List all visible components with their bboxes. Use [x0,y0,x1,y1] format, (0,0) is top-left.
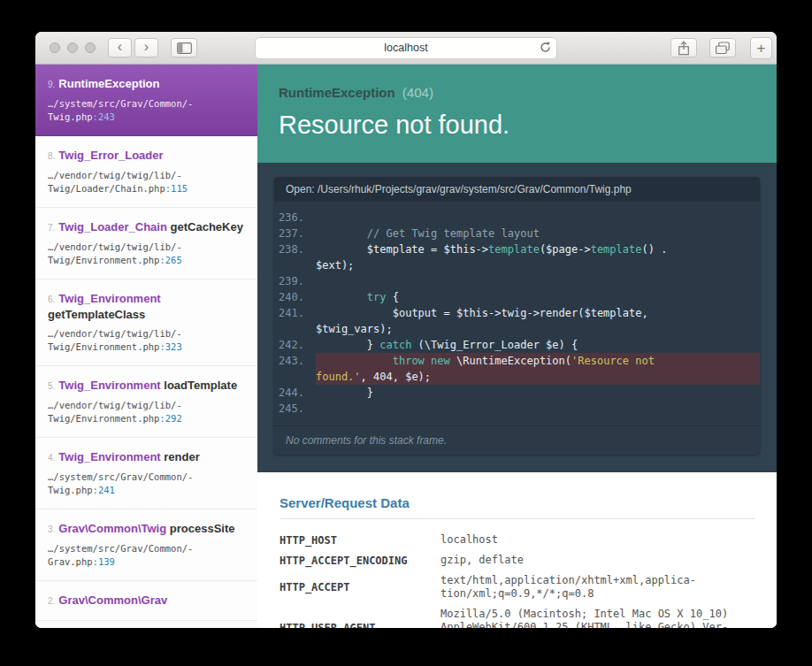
frame-title: 5.Twig_Environment loadTemplate [48,378,245,394]
frame-file-path: …/vendor/twig/twig/lib/-Twig/Environment… [48,399,245,425]
frame-title: 6.Twig_Environment getTemplateClass [48,291,245,322]
stack-frame[interactable]: 7.Twig_Loader_Chain getCacheKey…/vendor/… [35,208,257,279]
exception-header: RuntimeException (404) Resource not foun… [257,65,777,163]
frame-title: 7.Twig_Loader_Chain getCacheKey [48,219,245,235]
server-data-table: HTTP_HOSTlocalhostHTTP_ACCEPT_ENCODINGgz… [280,530,755,628]
code-line: 242. } catch (\Twig_Error_Loader $e) { [274,337,760,353]
error-panel: RuntimeException (404) Resource not foun… [257,65,777,628]
server-data-row: HTTP_HOSTlocalhost [280,530,755,550]
share-button[interactable] [670,38,697,57]
code-line: 244. } [274,385,760,401]
server-data-row: HTTP_USER_AGENTMozilla/5.0 (Macintosh; I… [280,604,755,628]
stack-frame[interactable]: 3.Grav\Common\Twig processSite…/system/s… [35,509,257,581]
new-tab-button[interactable]: + [750,37,772,59]
refresh-icon[interactable] [540,42,551,56]
frame-file-path: …/system/src/Grav/Common/-Grav.php:139 [48,542,245,569]
code-line: 240. try { [274,289,760,305]
frame-title: 4.Twig_Environment render [48,449,245,465]
back-icon: ‹ [118,40,122,54]
frame-title: 8.Twig_Error_Loader [48,148,245,164]
request-details: Server/Request Data HTTP_HOSTlocalhostHT… [257,472,777,628]
server-data-row: HTTP_ACCEPTtext/html,application/xhtml+x… [280,570,755,604]
frame-file-path: …/vendor/twig/twig/lib/-Twig/Loader/Chai… [48,169,245,195]
traffic-lights [50,42,96,53]
forward-button[interactable]: › [134,38,158,57]
stack-frame[interactable]: 4.Twig_Environment render…/system/src/Gr… [35,438,257,509]
window-zoom-button[interactable] [85,42,96,53]
frame-title: 9.RuntimeException [48,76,245,92]
code-card: Open: /Users/rhuk/Projects/grav/grav/sys… [274,177,760,455]
stack-frame[interactable]: 8.Twig_Error_Loader…/vendor/twig/twig/li… [35,136,257,208]
frame-file-path: …/system/src/Grav/Common/-Twig.php:241 [48,471,245,497]
stack-frame[interactable]: 2.Grav\Common\Grav [35,581,257,621]
toolbar-right-buttons [670,38,736,57]
code-line: 236. [274,210,760,226]
open-file-link[interactable]: Open: /Users/rhuk/Projects/grav/grav/sys… [274,177,760,202]
tabs-icon [715,42,731,55]
frame-comments: No comments for this stack frame. [274,425,760,455]
code-line: 239. [274,273,760,289]
frame-file-path: …/vendor/twig/twig/lib/-Twig/Environment… [48,241,245,267]
divider [280,518,755,519]
stack-frame[interactable]: 6.Twig_Environment getTemplateClass…/ven… [35,279,257,366]
code-line: 237. // Get Twig template layout [274,226,760,241]
code-section: Open: /Users/rhuk/Projects/grav/grav/sys… [257,163,777,472]
window-close-button[interactable] [50,42,60,53]
address-bar[interactable]: localhost [255,37,557,59]
exception-class: RuntimeException [279,85,395,100]
stack-frame-list: 9.RuntimeException…/system/src/Grav/Comm… [35,65,257,628]
exception-message: Resource not found. [279,110,755,140]
back-button[interactable]: ‹ [108,38,132,57]
frame-title: 3.Grav\Common\Twig processSite [48,521,245,537]
show-tabs-button[interactable] [709,38,736,57]
server-data-row: HTTP_ACCEPT_ENCODINGgzip, deflate [280,550,755,570]
share-icon [677,41,691,56]
sidebar-icon [177,42,192,54]
frame-title: 2.Grav\Common\Grav [48,593,245,609]
window-minimize-button[interactable] [67,42,78,53]
browser-toolbar: ‹ › localhost [35,32,777,65]
nav-buttons: ‹ › [108,38,158,57]
browser-window: ‹ › localhost [35,32,777,628]
sidebar-toggle-button[interactable] [171,38,197,57]
exception-title: RuntimeException (404) [279,85,755,100]
stack-frame[interactable]: 5.Twig_Environment loadTemplate…/vendor/… [35,366,257,438]
frame-file-path: …/vendor/twig/twig/lib/-Twig/Environment… [48,327,245,354]
code-line: 238. $template = $this->template($page->… [274,241,760,273]
page-content: 9.RuntimeException…/system/src/Grav/Comm… [35,65,777,628]
stack-frame[interactable]: 9.RuntimeException…/system/src/Grav/Comm… [35,65,257,136]
exception-code: (404) [402,85,433,100]
code-line: 243. throw new \RuntimeException('Resour… [274,353,760,385]
forward-icon: › [144,40,149,54]
code-line: 241. $output = $this->twig->render($temp… [274,305,760,337]
code-line: 245. [274,401,760,417]
server-data-title: Server/Request Data [280,495,755,510]
url-text: localhost [384,42,427,54]
desktop: ‹ › localhost [0,0,812,666]
code-lines: 236.237. // Get Twig template layout238.… [274,202,760,425]
frame-file-path: …/system/src/Grav/Common/-Twig.php:243 [48,97,245,124]
